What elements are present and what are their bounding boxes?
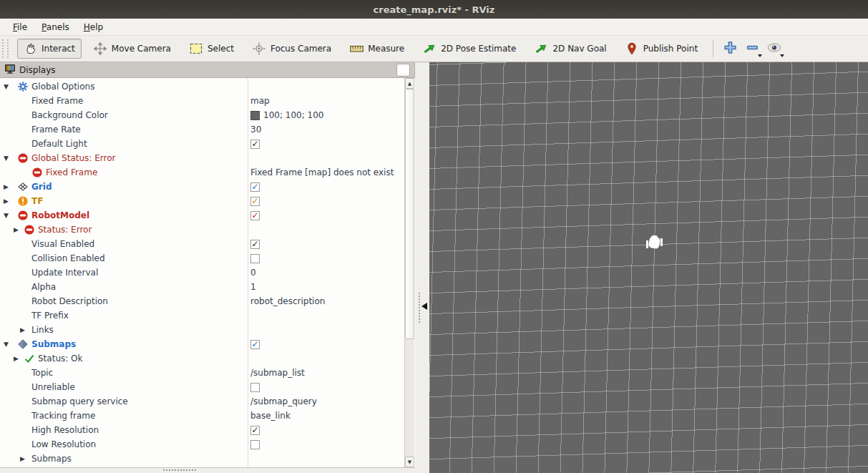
row-label: Submap query service [31,396,128,406]
row-checkbox[interactable] [250,254,260,263]
tree-row[interactable]: ▼Submaps✓ [0,337,404,351]
tree-row[interactable]: Default Light✓ [0,137,404,151]
titlebar[interactable]: create_map.rviz* - RViz [0,0,868,19]
tree-row[interactable]: Background Color100; 100; 100 [0,108,404,122]
tool-2d-nav-goal[interactable]: 2D Nav Goal [528,39,613,59]
nav-arrow-icon [535,42,548,55]
row-checkbox[interactable]: ✓ [250,140,260,149]
row-checkbox[interactable] [250,440,260,449]
tree-row[interactable]: Fixed Framemap [0,94,404,108]
collapse-panel-arrow-icon[interactable] [421,303,427,310]
add-tool-button[interactable] [721,39,739,58]
error-icon [32,167,42,177]
expand-arrow-icon[interactable]: ▶ [14,226,19,233]
row-value[interactable]: 30 [250,125,261,135]
row-value[interactable]: /submap_list [250,368,305,378]
tree-row[interactable]: Low Resolution [0,437,404,452]
row-checkbox[interactable]: ✓ [250,240,260,249]
row-checkbox[interactable]: ✓ [250,211,260,220]
row-value[interactable]: /submap_query [250,396,317,406]
row-label: Low Resolution [31,439,96,449]
row-value[interactable]: 100; 100; 100 [263,110,323,120]
tree-row[interactable]: ▶Grid✓ [0,180,404,194]
row-value[interactable]: 0 [250,268,256,278]
visibility-tool-button[interactable] [765,39,784,58]
row-value[interactable]: 1 [250,282,256,292]
row-checkbox[interactable] [250,383,260,392]
row-checkbox[interactable]: ✓ [250,426,260,435]
color-swatch[interactable] [250,111,260,120]
row-value[interactable]: Fixed Frame [map] does not exist [250,167,394,177]
tree-row[interactable]: Update Interval0 [0,265,404,280]
tree-row[interactable]: Frame Rate30 [0,122,404,137]
submaps-diamond-icon [18,339,28,349]
row-label: Collision Enabled [31,253,105,263]
tree-row[interactable]: ▼RobotModel✓ [0,208,404,223]
tree-row[interactable]: ▶Submaps [0,452,404,466]
expand-arrow-icon[interactable]: ▼ [4,83,9,90]
tree-row[interactable]: Tracking framebase_link [0,409,404,423]
expand-arrow-icon[interactable]: ▼ [4,155,9,162]
tree-row[interactable]: ▶Links [0,323,404,337]
row-value[interactable]: map [250,96,270,106]
scrollbar-thumb[interactable] [405,89,414,339]
pose-arrow-icon [423,42,437,55]
tree-row[interactable]: ▼Global Options [0,79,404,94]
menu-item-file[interactable]: File [6,21,34,34]
tree-row[interactable]: Fixed FrameFixed Frame [map] does not ex… [0,165,404,180]
row-checkbox[interactable]: ✓ [250,182,260,192]
expand-arrow-icon[interactable]: ▶ [4,198,9,205]
tree-row[interactable]: Submap query service/submap_query [0,394,404,409]
tree-row[interactable]: High Resolution✓ [0,423,404,437]
tree-row[interactable]: ▼Global Status: Error [0,151,404,165]
tree-scrollbar[interactable]: ▲ ▼ [404,78,414,467]
warning-icon [18,196,28,206]
tree-row[interactable]: Topic/submap_list [0,366,404,380]
row-label: Status: Error [38,225,92,235]
bottom-panel-splitter[interactable] [0,467,415,473]
tool-move-camera[interactable]: Move Camera [87,39,177,59]
menu-item-panels[interactable]: Panels [34,21,77,34]
tree-row[interactable]: Robot Descriptionrobot_description [0,294,404,308]
tree-row[interactable]: Collision Enabled [0,251,404,265]
tool-label: Focus Camera [270,44,331,54]
tree-row[interactable]: ▶TF✓ [0,194,404,208]
tool-2d-pose-estimate[interactable]: 2D Pose Estimate [416,39,522,59]
panel-float-button[interactable] [396,64,410,77]
expand-arrow-icon[interactable]: ▼ [4,212,9,219]
row-value[interactable]: robot_description [250,296,325,306]
tree-row[interactable]: Unreliable [0,380,404,394]
tool-interact[interactable]: Interact [17,39,82,59]
expand-arrow-icon[interactable]: ▶ [4,183,9,190]
row-checkbox[interactable]: ✓ [250,197,260,206]
tree-row[interactable]: Visual Enabled✓ [0,237,404,251]
dropdown-caret-icon[interactable] [758,54,762,57]
expand-arrow-icon[interactable]: ▶ [20,455,25,462]
menu-item-help[interactable]: Help [77,21,110,34]
expand-arrow-icon[interactable]: ▶ [14,355,19,362]
tool-publish-point[interactable]: Publish Point [619,39,704,59]
3d-viewport[interactable] [429,62,868,473]
tree-row[interactable]: ▶Status: Error [0,223,404,237]
row-checkbox[interactable]: ✓ [250,340,260,349]
toolbar-drag-handle[interactable] [2,39,9,58]
remove-tool-button[interactable] [743,39,761,58]
displays-panel-header[interactable]: Displays [0,62,414,78]
tree-row[interactable]: Alpha1 [0,280,404,294]
eye-icon [767,42,781,55]
tree-row[interactable]: TF Prefix [0,308,404,323]
dropdown-caret-icon[interactable] [780,54,784,57]
tool-focus-camera[interactable]: Focus Camera [246,39,338,59]
tool-select[interactable]: Select [183,39,240,59]
panel-viewport-splitter[interactable] [415,62,429,473]
tool-measure[interactable]: Measure [343,39,411,59]
tree-row[interactable]: ▶Status: Ok [0,351,404,366]
expand-arrow-icon[interactable]: ▶ [20,326,25,333]
row-value[interactable]: base_link [250,411,291,421]
tool-label: Publish Point [643,44,698,54]
scroll-up-button[interactable]: ▲ [405,78,414,89]
row-label: Submaps [31,339,76,349]
tool-label: Move Camera [112,44,171,54]
expand-arrow-icon[interactable]: ▼ [4,341,9,348]
scroll-down-button[interactable]: ▼ [405,457,414,467]
